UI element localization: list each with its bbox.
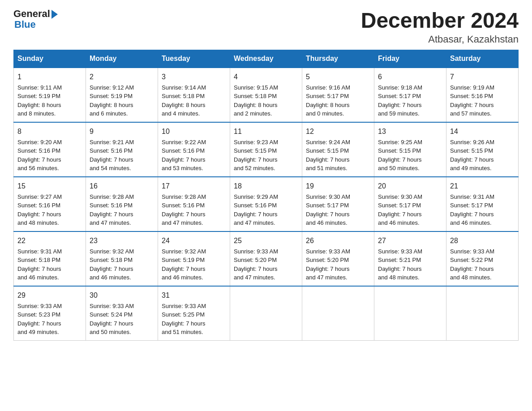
weekday-header-row: SundayMondayTuesdayWednesdayThursdayFrid… (14, 50, 519, 68)
day-info: Sunrise: 9:31 AM Sunset: 5:17 PM Dayligh… (450, 193, 515, 227)
title-area: December 2024 Atbasar, Kazakhstan (361, 9, 519, 45)
calendar-cell: 22Sunrise: 9:31 AM Sunset: 5:18 PM Dayli… (14, 231, 86, 286)
calendar-cell: 23Sunrise: 9:32 AM Sunset: 5:18 PM Dayli… (86, 231, 158, 286)
day-info: Sunrise: 9:33 AM Sunset: 5:20 PM Dayligh… (234, 247, 298, 282)
calendar-cell: 26Sunrise: 9:33 AM Sunset: 5:20 PM Dayli… (302, 231, 374, 286)
day-info: Sunrise: 9:24 AM Sunset: 5:15 PM Dayligh… (306, 138, 370, 173)
day-number: 4 (234, 72, 298, 82)
day-number: 8 (17, 126, 82, 137)
weekday-header-wednesday: Wednesday (230, 50, 302, 68)
day-info: Sunrise: 9:16 AM Sunset: 5:17 PM Dayligh… (306, 83, 370, 118)
logo-top: General (13, 9, 58, 19)
calendar-cell: 14Sunrise: 9:26 AM Sunset: 5:15 PM Dayli… (446, 122, 519, 177)
calendar-cell: 5Sunrise: 9:16 AM Sunset: 5:17 PM Daylig… (302, 68, 374, 122)
day-info: Sunrise: 9:33 AM Sunset: 5:20 PM Dayligh… (306, 247, 370, 282)
day-number: 20 (378, 181, 442, 192)
calendar-cell (302, 286, 374, 341)
day-number: 31 (162, 290, 226, 301)
day-info: Sunrise: 9:15 AM Sunset: 5:18 PM Dayligh… (234, 83, 298, 118)
weekday-header-saturday: Saturday (446, 50, 519, 68)
day-number: 16 (90, 181, 154, 192)
day-info: Sunrise: 9:33 AM Sunset: 5:21 PM Dayligh… (378, 247, 442, 282)
logo-general: General (13, 9, 50, 19)
day-info: Sunrise: 9:33 AM Sunset: 5:23 PM Dayligh… (17, 302, 82, 337)
calendar-cell: 31Sunrise: 9:33 AM Sunset: 5:25 PM Dayli… (158, 286, 230, 341)
week-row-5: 29Sunrise: 9:33 AM Sunset: 5:23 PM Dayli… (14, 286, 519, 341)
day-info: Sunrise: 9:32 AM Sunset: 5:18 PM Dayligh… (90, 247, 154, 282)
day-number: 18 (234, 181, 298, 192)
calendar-cell: 20Sunrise: 9:30 AM Sunset: 5:17 PM Dayli… (374, 177, 446, 231)
page-header: General Blue December 2024 Atbasar, Kaza… (13, 9, 519, 45)
logo-arrow-icon (51, 10, 58, 19)
month-title: December 2024 (361, 9, 519, 33)
day-info: Sunrise: 9:22 AM Sunset: 5:16 PM Dayligh… (162, 138, 226, 173)
week-row-2: 8Sunrise: 9:20 AM Sunset: 5:16 PM Daylig… (14, 122, 519, 177)
calendar-cell: 8Sunrise: 9:20 AM Sunset: 5:16 PM Daylig… (14, 122, 86, 177)
calendar-cell (374, 286, 446, 341)
day-info: Sunrise: 9:28 AM Sunset: 5:16 PM Dayligh… (90, 193, 154, 227)
day-number: 7 (450, 72, 515, 82)
day-number: 15 (17, 181, 82, 192)
day-info: Sunrise: 9:21 AM Sunset: 5:16 PM Dayligh… (90, 138, 154, 173)
day-info: Sunrise: 9:30 AM Sunset: 5:17 PM Dayligh… (378, 193, 442, 227)
day-info: Sunrise: 9:19 AM Sunset: 5:16 PM Dayligh… (450, 83, 515, 118)
weekday-header-thursday: Thursday (302, 50, 374, 68)
day-number: 10 (162, 126, 226, 137)
calendar-cell: 4Sunrise: 9:15 AM Sunset: 5:18 PM Daylig… (230, 68, 302, 122)
day-number: 12 (306, 126, 370, 137)
calendar-cell: 28Sunrise: 9:33 AM Sunset: 5:22 PM Dayli… (446, 231, 519, 286)
calendar-cell: 7Sunrise: 9:19 AM Sunset: 5:16 PM Daylig… (446, 68, 519, 122)
logo-blue: Blue (14, 19, 36, 30)
week-row-4: 22Sunrise: 9:31 AM Sunset: 5:18 PM Dayli… (14, 231, 519, 286)
day-info: Sunrise: 9:25 AM Sunset: 5:15 PM Dayligh… (378, 138, 442, 173)
day-info: Sunrise: 9:30 AM Sunset: 5:17 PM Dayligh… (306, 193, 370, 227)
day-info: Sunrise: 9:20 AM Sunset: 5:16 PM Dayligh… (17, 138, 82, 173)
week-row-1: 1Sunrise: 9:11 AM Sunset: 5:19 PM Daylig… (14, 68, 519, 122)
day-number: 25 (234, 235, 298, 246)
calendar-cell: 29Sunrise: 9:33 AM Sunset: 5:23 PM Dayli… (14, 286, 86, 341)
calendar-cell: 6Sunrise: 9:18 AM Sunset: 5:17 PM Daylig… (374, 68, 446, 122)
calendar-cell: 30Sunrise: 9:33 AM Sunset: 5:24 PM Dayli… (86, 286, 158, 341)
weekday-header-monday: Monday (86, 50, 158, 68)
day-info: Sunrise: 9:23 AM Sunset: 5:15 PM Dayligh… (234, 138, 298, 173)
logo: General Blue (13, 9, 58, 30)
calendar-cell (446, 286, 519, 341)
calendar-cell: 19Sunrise: 9:30 AM Sunset: 5:17 PM Dayli… (302, 177, 374, 231)
weekday-header-tuesday: Tuesday (158, 50, 230, 68)
calendar-cell: 11Sunrise: 9:23 AM Sunset: 5:15 PM Dayli… (230, 122, 302, 177)
day-number: 5 (306, 72, 370, 82)
day-number: 29 (17, 290, 82, 301)
calendar-cell: 3Sunrise: 9:14 AM Sunset: 5:18 PM Daylig… (158, 68, 230, 122)
day-info: Sunrise: 9:14 AM Sunset: 5:18 PM Dayligh… (162, 83, 226, 118)
day-number: 21 (450, 181, 515, 192)
day-number: 6 (378, 72, 442, 82)
calendar-cell: 21Sunrise: 9:31 AM Sunset: 5:17 PM Dayli… (446, 177, 519, 231)
calendar-cell: 24Sunrise: 9:32 AM Sunset: 5:19 PM Dayli… (158, 231, 230, 286)
weekday-header-sunday: Sunday (14, 50, 86, 68)
calendar-table: SundayMondayTuesdayWednesdayThursdayFrid… (13, 50, 519, 341)
day-number: 14 (450, 126, 515, 137)
calendar-cell: 10Sunrise: 9:22 AM Sunset: 5:16 PM Dayli… (158, 122, 230, 177)
day-number: 2 (90, 72, 154, 82)
calendar-cell: 9Sunrise: 9:21 AM Sunset: 5:16 PM Daylig… (86, 122, 158, 177)
day-info: Sunrise: 9:12 AM Sunset: 5:19 PM Dayligh… (90, 83, 154, 118)
day-info: Sunrise: 9:11 AM Sunset: 5:19 PM Dayligh… (17, 83, 82, 118)
day-number: 22 (17, 235, 82, 246)
week-row-3: 15Sunrise: 9:27 AM Sunset: 5:16 PM Dayli… (14, 177, 519, 231)
day-number: 13 (378, 126, 442, 137)
day-info: Sunrise: 9:32 AM Sunset: 5:19 PM Dayligh… (162, 247, 226, 282)
calendar-cell (230, 286, 302, 341)
weekday-header-friday: Friday (374, 50, 446, 68)
calendar-cell: 25Sunrise: 9:33 AM Sunset: 5:20 PM Dayli… (230, 231, 302, 286)
day-number: 17 (162, 181, 226, 192)
day-number: 3 (162, 72, 226, 82)
day-number: 9 (90, 126, 154, 137)
calendar-cell: 2Sunrise: 9:12 AM Sunset: 5:19 PM Daylig… (86, 68, 158, 122)
day-number: 24 (162, 235, 226, 246)
day-number: 19 (306, 181, 370, 192)
day-number: 11 (234, 126, 298, 137)
day-number: 1 (17, 72, 82, 82)
day-number: 28 (450, 235, 515, 246)
day-number: 27 (378, 235, 442, 246)
day-number: 23 (90, 235, 154, 246)
